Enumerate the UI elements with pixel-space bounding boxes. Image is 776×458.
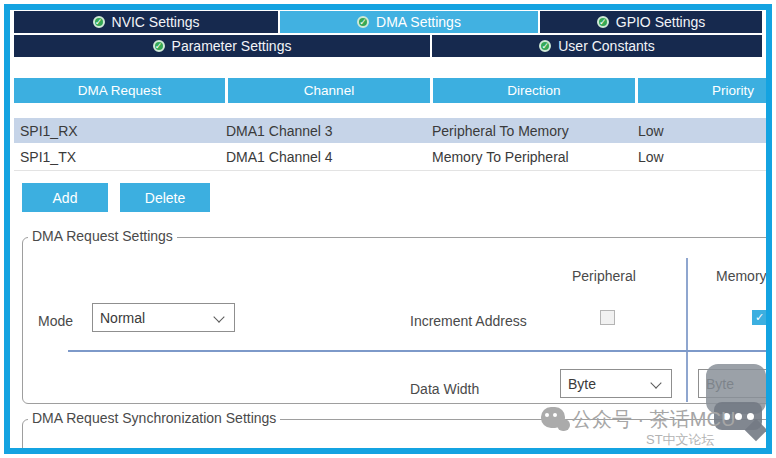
cell-priority: Low bbox=[638, 149, 766, 165]
peripheral-increment-checkbox[interactable]: ✓ bbox=[600, 310, 615, 325]
dma-settings-window: ✓ NVIC Settings ✓ DMA Settings ✓ GPIO Se… bbox=[4, 4, 772, 454]
data-width-label: Data Width bbox=[410, 381, 479, 397]
tab-label: NVIC Settings bbox=[112, 14, 200, 30]
check-circle-icon: ✓ bbox=[539, 40, 551, 52]
tab-nvic-settings[interactable]: ✓ NVIC Settings bbox=[14, 11, 278, 33]
peripheral-data-width-select[interactable]: Byte bbox=[560, 369, 672, 398]
peripheral-data-width-value: Byte bbox=[568, 376, 596, 392]
check-circle-icon: ✓ bbox=[93, 16, 105, 28]
mode-label: Mode bbox=[38, 313, 73, 329]
check-icon: ✓ bbox=[755, 311, 764, 324]
cell-dma-request: SPI1_TX bbox=[14, 149, 226, 165]
tab-dma-settings[interactable]: ✓ DMA Settings bbox=[280, 11, 538, 33]
tab-gpio-settings[interactable]: ✓ GPIO Settings bbox=[540, 11, 762, 33]
table-row-spi1-tx[interactable]: SPI1_TX DMA1 Channel 4 Memory To Periphe… bbox=[14, 144, 766, 169]
dma-request-settings-title: DMA Request Settings bbox=[28, 228, 177, 244]
dma-sync-settings-title: DMA Request Synchronization Settings bbox=[28, 410, 280, 426]
watermark-forum-text: ST中文论坛 bbox=[646, 431, 715, 449]
column-header-dma-request[interactable]: DMA Request bbox=[14, 78, 225, 103]
tab-user-constants[interactable]: ✓ User Constants bbox=[432, 35, 762, 57]
chevron-down-icon bbox=[213, 311, 224, 322]
cell-priority: Low bbox=[638, 123, 766, 139]
check-circle-icon: ✓ bbox=[153, 40, 165, 52]
cell-dma-request: SPI1_RX bbox=[14, 123, 226, 139]
tab-parameter-settings[interactable]: ✓ Parameter Settings bbox=[14, 35, 430, 57]
peripheral-column-label: Peripheral bbox=[572, 268, 636, 284]
column-header-channel[interactable]: Channel bbox=[228, 78, 430, 103]
tab-label: DMA Settings bbox=[376, 14, 461, 30]
cell-channel: DMA1 Channel 3 bbox=[226, 123, 432, 139]
column-separator bbox=[686, 258, 688, 402]
table-divider bbox=[14, 170, 766, 171]
cell-direction: Peripheral To Memory bbox=[432, 123, 638, 139]
mode-select-value: Normal bbox=[100, 310, 145, 326]
check-circle-icon: ✓ bbox=[597, 16, 609, 28]
increment-address-label: Increment Address bbox=[410, 313, 527, 329]
cell-direction: Memory To Peripheral bbox=[432, 149, 638, 165]
tab-label: Parameter Settings bbox=[172, 38, 292, 54]
row-separator bbox=[68, 350, 766, 352]
check-circle-icon: ✓ bbox=[357, 16, 369, 28]
watermark-account-text: 公众号 · 茶话MCU bbox=[572, 406, 735, 433]
delete-button[interactable]: Delete bbox=[120, 183, 210, 212]
column-header-priority[interactable]: Priority bbox=[638, 78, 766, 103]
memory-increment-checkbox[interactable]: ✓ bbox=[752, 310, 767, 325]
mode-select[interactable]: Normal bbox=[92, 303, 235, 332]
cell-channel: DMA1 Channel 4 bbox=[226, 149, 432, 165]
memory-column-label: Memory bbox=[716, 268, 767, 284]
tab-label: GPIO Settings bbox=[616, 14, 705, 30]
tab-label: User Constants bbox=[558, 38, 654, 54]
chevron-down-icon bbox=[650, 377, 661, 388]
column-header-direction[interactable]: Direction bbox=[433, 78, 635, 103]
add-button[interactable]: Add bbox=[22, 183, 108, 212]
table-row-spi1-rx[interactable]: SPI1_RX DMA1 Channel 3 Peripheral To Mem… bbox=[14, 118, 766, 143]
wechat-icon bbox=[541, 407, 565, 428]
